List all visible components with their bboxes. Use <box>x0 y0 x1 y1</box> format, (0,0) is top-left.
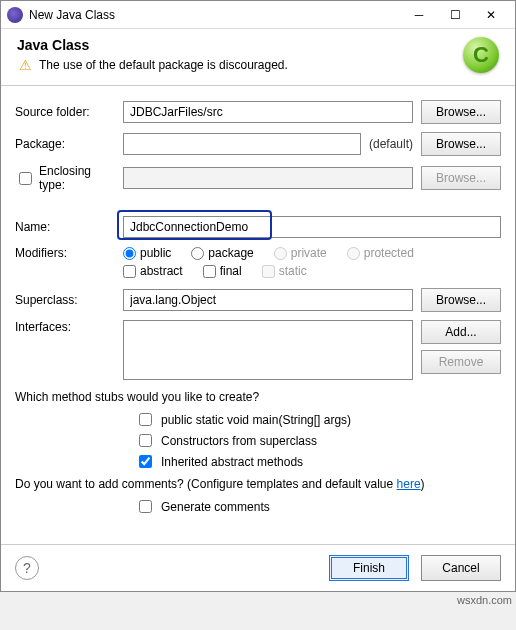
stub-main[interactable]: public static void main(String[] args) <box>135 410 501 429</box>
browse-superclass-button[interactable]: Browse... <box>421 288 501 312</box>
stubs-question: Which method stubs would you like to cre… <box>15 390 501 404</box>
finish-button[interactable]: Finish <box>329 555 409 581</box>
enclosing-type-input <box>123 167 413 189</box>
stub-inherited[interactable]: Inherited abstract methods <box>135 452 501 471</box>
modifier-static: static <box>262 264 307 278</box>
warning-icon: ⚠ <box>17 57 33 73</box>
default-hint: (default) <box>369 137 413 151</box>
name-input[interactable] <box>123 216 501 238</box>
header-title: Java Class <box>17 37 463 53</box>
name-label: Name: <box>15 220 115 234</box>
modifier-package[interactable]: package <box>191 246 253 260</box>
package-input[interactable] <box>123 133 361 155</box>
package-label: Package: <box>15 137 115 151</box>
superclass-input[interactable] <box>123 289 413 311</box>
modifiers-label: Modifiers: <box>15 246 115 260</box>
modifier-public[interactable]: public <box>123 246 171 260</box>
modifier-protected: protected <box>347 246 414 260</box>
stub-superctor[interactable]: Constructors from superclass <box>135 431 501 450</box>
interfaces-label: Interfaces: <box>15 320 115 334</box>
watermark: wsxdn.com <box>0 592 516 608</box>
browse-enclosing-button: Browse... <box>421 166 501 190</box>
remove-interface-button: Remove <box>421 350 501 374</box>
browse-source-button[interactable]: Browse... <box>421 100 501 124</box>
browse-package-button[interactable]: Browse... <box>421 132 501 156</box>
dialog-header: Java Class ⚠ The use of the default pack… <box>1 29 515 81</box>
maximize-button[interactable]: ☐ <box>437 2 473 28</box>
help-button[interactable]: ? <box>15 556 39 580</box>
window-title: New Java Class <box>29 8 401 22</box>
enclosing-type-checkbox[interactable]: Enclosing type: <box>15 164 115 192</box>
dialog-window: New Java Class ─ ☐ ✕ Java Class ⚠ The us… <box>0 0 516 592</box>
minimize-button[interactable]: ─ <box>401 2 437 28</box>
cancel-button[interactable]: Cancel <box>421 555 501 581</box>
class-icon: C <box>463 37 499 73</box>
warning-text: The use of the default package is discou… <box>39 58 288 72</box>
generate-comments[interactable]: Generate comments <box>135 497 501 516</box>
modifier-abstract[interactable]: abstract <box>123 264 183 278</box>
comments-question: Do you want to add comments? (Configure … <box>15 477 501 491</box>
modifier-final[interactable]: final <box>203 264 242 278</box>
here-link[interactable]: here <box>397 477 421 491</box>
interfaces-list[interactable] <box>123 320 413 380</box>
superclass-label: Superclass: <box>15 293 115 307</box>
close-button[interactable]: ✕ <box>473 2 509 28</box>
titlebar[interactable]: New Java Class ─ ☐ ✕ <box>1 1 515 29</box>
eclipse-icon <box>7 7 23 23</box>
add-interface-button[interactable]: Add... <box>421 320 501 344</box>
source-folder-input[interactable] <box>123 101 413 123</box>
source-folder-label: Source folder: <box>15 105 115 119</box>
modifier-private: private <box>274 246 327 260</box>
